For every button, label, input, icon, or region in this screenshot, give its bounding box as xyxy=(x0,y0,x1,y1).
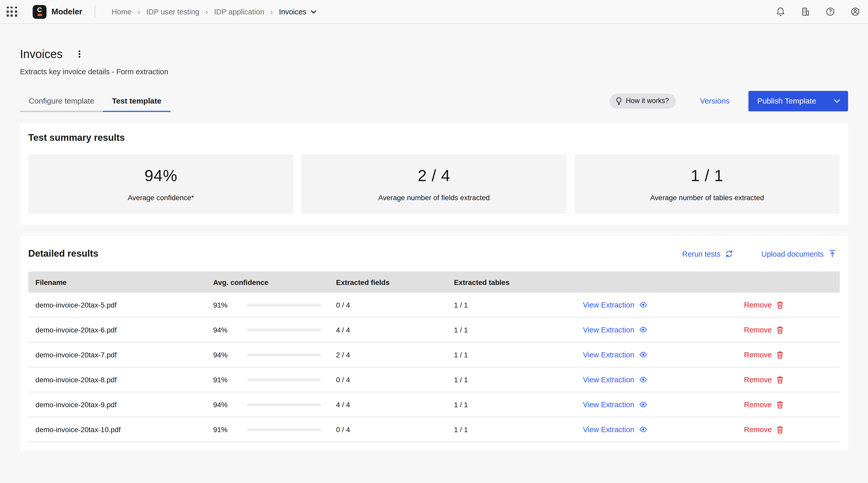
remove-label: Remove xyxy=(744,350,772,359)
row-filename: demo-invoice-20tax-9.pdf xyxy=(28,400,213,409)
lightbulb-icon xyxy=(615,97,622,105)
view-icon xyxy=(639,400,648,409)
main-content: Invoices Extracts key invoice details - … xyxy=(0,48,868,450)
breadcrumb-home[interactable]: Home xyxy=(112,7,132,16)
remove-link[interactable]: Remove xyxy=(741,400,787,409)
remove-link[interactable]: Remove xyxy=(741,350,787,360)
table-row: demo-invoice-20tax-9.pdf 94% 4 / 4 1 / 1… xyxy=(28,392,840,417)
upload-documents-label: Upload documents xyxy=(762,250,824,258)
camunda-logo: C xyxy=(33,5,46,19)
confidence-bar xyxy=(247,304,321,306)
breadcrumb-invoices-dropdown[interactable]: Invoices xyxy=(279,7,316,16)
row-confidence-value: 94% xyxy=(213,350,247,359)
confidence-bar xyxy=(247,353,321,356)
view-extraction-label: View Extraction xyxy=(583,350,634,359)
stat-label: Average number of fields extracted xyxy=(378,194,490,202)
summary-title: Test summary results xyxy=(28,133,840,144)
row-confidence-value: 94% xyxy=(213,400,247,409)
confidence-bar xyxy=(247,428,321,431)
row-extracted-fields: 0 / 4 xyxy=(336,301,454,309)
view-extraction-link[interactable]: View Extraction xyxy=(580,325,651,335)
stat-tables-extracted: 1 / 1 Average number of tables extracted xyxy=(575,155,840,214)
view-extraction-link[interactable]: View Extraction xyxy=(580,375,651,385)
tab-configure-template[interactable]: Configure template xyxy=(20,91,103,112)
organization-icon[interactable] xyxy=(801,7,810,17)
col-header-extracted-fields: Extracted fields xyxy=(336,278,454,286)
view-extraction-link[interactable]: View Extraction xyxy=(580,424,651,434)
row-extracted-tables: 1 / 1 xyxy=(454,301,580,309)
publish-template-button[interactable]: Publish Template xyxy=(748,91,848,111)
breadcrumb-idp-user-testing[interactable]: IDP user testing xyxy=(146,7,199,16)
row-extracted-tables: 1 / 1 xyxy=(454,400,580,409)
top-navbar: C Modeler Home › IDP user testing › IDP … xyxy=(0,0,868,24)
remove-link[interactable]: Remove xyxy=(741,375,787,385)
confidence-bar xyxy=(247,378,321,381)
trash-icon xyxy=(776,375,784,383)
upload-documents-button[interactable]: Upload documents xyxy=(758,249,840,259)
row-confidence-cell: 94% xyxy=(213,400,336,409)
row-extracted-fields: 0 / 4 xyxy=(336,375,454,383)
row-filename: demo-invoice-20tax-7.pdf xyxy=(28,350,213,359)
view-extraction-link[interactable]: View Extraction xyxy=(580,350,651,360)
row-filename: demo-invoice-20tax-6.pdf xyxy=(28,325,213,334)
view-icon xyxy=(639,350,648,359)
navbar-right-icons xyxy=(776,7,868,17)
tab-list: Configure template Test template xyxy=(20,91,170,112)
table-row: demo-invoice-20tax-8.pdf 91% 0 / 4 1 / 1… xyxy=(28,367,840,392)
stat-label: Average number of tables extracted xyxy=(650,194,764,202)
stat-fields-extracted: 2 / 4 Average number of fields extracted xyxy=(301,155,567,214)
overflow-menu-icon[interactable] xyxy=(78,50,81,59)
trash-icon xyxy=(776,425,784,434)
stat-value: 94% xyxy=(145,167,177,185)
view-extraction-label: View Extraction xyxy=(583,375,634,383)
row-confidence-cell: 91% xyxy=(213,425,336,434)
remove-label: Remove xyxy=(744,400,772,409)
trash-icon xyxy=(776,301,784,309)
trash-icon xyxy=(776,400,784,409)
rerun-tests-button[interactable]: Rerun tests xyxy=(679,249,737,259)
table-row: demo-invoice-20tax-10.pdf 91% 0 / 4 1 / … xyxy=(28,417,840,442)
remove-label: Remove xyxy=(744,325,772,334)
row-extracted-tables: 1 / 1 xyxy=(454,375,580,383)
row-confidence-value: 91% xyxy=(213,375,247,383)
col-header-extracted-tables: Extracted tables xyxy=(454,278,580,286)
view-extraction-label: View Extraction xyxy=(583,325,634,334)
row-confidence-cell: 94% xyxy=(213,325,336,334)
stat-value: 2 / 4 xyxy=(417,167,450,185)
help-icon[interactable] xyxy=(826,7,835,17)
versions-link[interactable]: Versions xyxy=(696,96,733,106)
publish-template-label: Publish Template xyxy=(757,96,816,105)
view-extraction-link[interactable]: View Extraction xyxy=(580,399,651,409)
breadcrumb-current-label: Invoices xyxy=(279,7,306,16)
table-body: demo-invoice-20tax-5.pdf 91% 0 / 4 1 / 1… xyxy=(28,293,840,442)
row-extracted-fields: 0 / 4 xyxy=(336,425,454,434)
app-switcher-icon[interactable] xyxy=(7,6,17,17)
breadcrumb-idp-application[interactable]: IDP application xyxy=(214,7,264,16)
col-header-filename: Filename xyxy=(28,278,213,286)
account-icon[interactable] xyxy=(850,7,860,17)
trash-icon xyxy=(776,325,784,334)
tab-test-template[interactable]: Test template xyxy=(103,91,170,112)
row-extracted-tables: 1 / 1 xyxy=(454,325,580,334)
remove-label: Remove xyxy=(744,375,772,383)
view-extraction-label: View Extraction xyxy=(583,400,634,409)
renew-icon xyxy=(725,250,734,258)
table-header-row: Filename Avg. confidence Extracted field… xyxy=(28,272,840,293)
test-summary-card: Test summary results 94% Average confide… xyxy=(20,123,848,225)
breadcrumb-separator: › xyxy=(205,8,208,16)
remove-label: Remove xyxy=(744,425,772,434)
remove-link[interactable]: Remove xyxy=(741,300,787,310)
remove-link[interactable]: Remove xyxy=(741,425,787,434)
view-extraction-link[interactable]: View Extraction xyxy=(580,300,651,310)
notifications-icon[interactable] xyxy=(776,7,786,17)
confidence-bar xyxy=(247,328,321,331)
row-confidence-value: 91% xyxy=(213,425,247,434)
remove-link[interactable]: Remove xyxy=(741,325,787,335)
breadcrumb-separator: › xyxy=(270,8,273,16)
view-icon xyxy=(639,325,648,334)
view-extraction-label: View Extraction xyxy=(583,301,634,309)
how-it-works-button[interactable]: How it works? xyxy=(609,93,676,108)
view-icon xyxy=(639,425,648,434)
row-filename: demo-invoice-20tax-5.pdf xyxy=(28,301,213,309)
product-name: Modeler xyxy=(52,7,82,16)
